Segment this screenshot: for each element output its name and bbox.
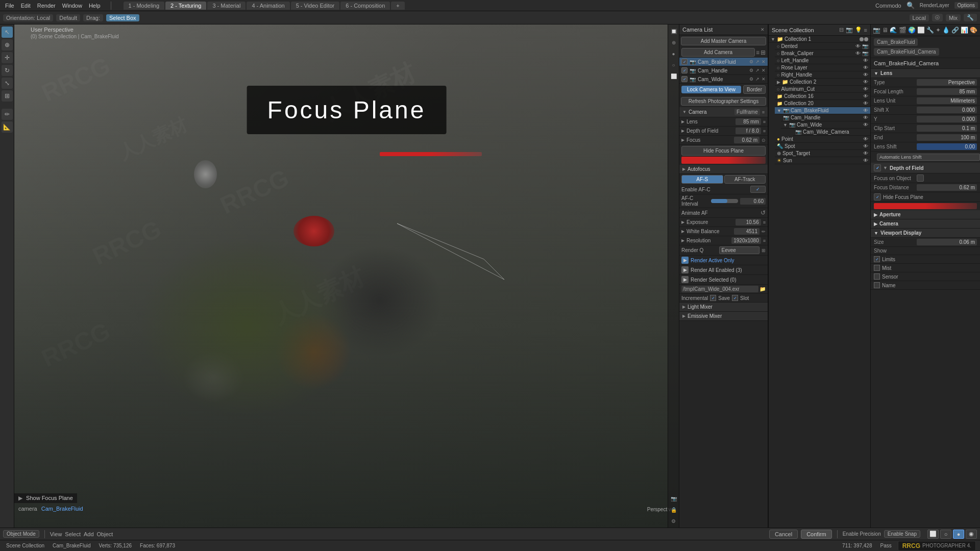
object-mode-selector[interactable]: Object Mode [3, 530, 39, 538]
point-eye[interactable]: 👁 [863, 136, 868, 142]
vp-solid-icon[interactable]: ○ [669, 60, 678, 69]
cam-checkbox-brakefluid[interactable] [681, 59, 688, 65]
camera-prop-section[interactable]: ▶ Camera [871, 219, 980, 229]
prop-icon-scene[interactable]: 🎬 [899, 27, 906, 34]
tab-video[interactable]: 5 - Video Editor [291, 2, 340, 10]
prop-icon-world[interactable]: 🌍 [908, 27, 916, 34]
focal-length-value[interactable]: 85 mm [917, 88, 977, 95]
vp-gizmo-icon[interactable]: ⊕ [669, 38, 678, 47]
scene-item-dented[interactable]: ○ Dented 👁 📷 [775, 43, 870, 50]
afc-slider[interactable] [711, 199, 739, 203]
prop-icon-constraints[interactable]: 🔗 [951, 27, 959, 34]
search-icon[interactable]: 🔍 [906, 2, 915, 9]
lh-eye[interactable]: 👁 [863, 58, 868, 63]
scene-item-col16[interactable]: 📁 Collection 16 👁 [775, 93, 870, 100]
add-menu[interactable]: Add [84, 531, 94, 537]
move-tool[interactable]: ✛ [2, 52, 13, 63]
clip-end-value[interactable]: 100 m [917, 134, 977, 141]
dof-more-icon[interactable]: ≡ [763, 129, 766, 134]
camera-section-header[interactable]: ▼ Camera Fullframe ≡ [679, 107, 768, 117]
scene-item-collection2[interactable]: ▶ 📁 Collection 2 👁 [775, 79, 870, 86]
confirm-btn[interactable]: Confirm [801, 530, 832, 539]
exposure-value[interactable]: 10.56 [736, 219, 761, 226]
emissive-mixer-header[interactable]: ▶ Emissive Mixer [679, 312, 768, 321]
scene-item-col20[interactable]: 📁 Collection 20 👁 [775, 100, 870, 107]
st-eye[interactable]: 👁 [863, 151, 868, 156]
incremental-checkbox[interactable] [710, 295, 716, 301]
cam-settings-wide[interactable]: ⚙ [749, 77, 753, 82]
aperture-section[interactable]: ▶ Aperture [871, 210, 980, 219]
tab-texturing[interactable]: 2 - Texturing [165, 2, 206, 10]
scene-item-cam-brakefluid[interactable]: ▼ 📷 Cam_BrakeFluid 👁 [775, 107, 870, 114]
rendered-btn[interactable]: ◉ [966, 530, 977, 539]
dof-prop-section[interactable]: ✓ ▼ Depth of Field [871, 163, 980, 173]
shift-y-value[interactable]: 0.000 [917, 116, 977, 122]
solid-btn[interactable]: ○ [940, 530, 951, 539]
scene-item-left-handle[interactable]: ○ Left_Handle 👁 [775, 57, 870, 64]
light-mixer-header[interactable]: ▶ Light Mixer [679, 303, 768, 312]
lens-prop-section[interactable]: ▼ Lens [871, 69, 980, 78]
cursor-tool[interactable]: ⊕ [2, 39, 13, 51]
render-all-label[interactable]: Render All Enabled (3) [691, 267, 766, 273]
rotate-tool[interactable]: ↻ [2, 65, 13, 76]
vp-render-icon[interactable]: ● [669, 49, 678, 58]
scene-item-right-handle[interactable]: ○ Right_Handle 👁 [775, 71, 870, 79]
menu-window[interactable]: Window [59, 3, 85, 9]
size-value[interactable]: 0.06 m [917, 239, 977, 245]
material-btn[interactable]: ● [953, 530, 964, 539]
tab-material[interactable]: 3 - Material [207, 2, 246, 10]
scene-camera-icon[interactable]: 📷 [846, 27, 853, 33]
afc-value[interactable]: 0.60 [740, 198, 766, 205]
filepath-value[interactable]: /tmpICam_Wide_004.exr [681, 286, 758, 292]
vp-camera-icon[interactable]: 📷 [669, 494, 678, 503]
scene-item-cam-handle[interactable]: 📷 Cam_Handle 👁 [781, 114, 870, 121]
cam-close-wide[interactable]: ✕ [762, 77, 766, 82]
local-btn[interactable]: Local [910, 14, 929, 21]
measure-tool[interactable]: 📐 [2, 121, 13, 133]
camera-settings-icon[interactable]: ≡ [762, 110, 765, 115]
sensor-checkbox[interactable] [874, 273, 880, 280]
scene-item-cam-wide[interactable]: ▼ 📷 Cam_Wide 👁 [781, 121, 870, 129]
scene-item-spot-target[interactable]: ⊕ Spot_Target 👁 [775, 150, 870, 157]
tab-animation[interactable]: 4 - Animation [247, 2, 289, 10]
cam-close-handle[interactable]: ✕ [762, 68, 766, 73]
cam-close-brakefluid[interactable]: ✕ [762, 59, 766, 64]
prop-icon-modifier[interactable]: 🔧 [926, 27, 934, 34]
camera-list-more-icon[interactable]: ⊞ [761, 49, 766, 56]
cancel-btn[interactable]: Cancel [769, 530, 798, 539]
add-camera-btn[interactable]: Add Camera [681, 48, 755, 57]
af-track-btn[interactable]: AF-Track [724, 175, 766, 184]
focus-more-icon[interactable]: ⊙ [762, 138, 766, 143]
select-tool[interactable]: ↖ [2, 27, 13, 38]
scene-item-rose-layer[interactable]: ○ Rose Layer 👁 [775, 64, 870, 71]
border-btn[interactable]: Border [743, 85, 766, 94]
render-q-value[interactable]: Eevee [719, 246, 760, 254]
transform-pivot[interactable]: ⦾ [932, 14, 943, 21]
snap-btn[interactable]: 🔧 [964, 14, 977, 21]
rh-eye[interactable]: 👁 [863, 72, 868, 78]
3d-viewport[interactable]: RRCG 人人素材 RRCG 人人素材 RRCG 人人素材 RRCG User … [14, 24, 679, 528]
type-prop-value[interactable]: Perspective [917, 79, 977, 86]
prop-icon-view-layer[interactable]: 🌊 [890, 27, 897, 34]
mix-btn[interactable]: Mix [946, 14, 961, 21]
prop-icon-render[interactable]: 📷 [873, 27, 880, 34]
cam-link-wide[interactable]: ↗ [755, 77, 760, 82]
constraint-selector[interactable]: Drag: [83, 14, 103, 21]
focus-distance-value[interactable]: 0.62 m [917, 184, 977, 191]
tab-add[interactable]: + [391, 2, 404, 10]
cam-data-tab-brakefluid-cam[interactable]: Cam_BrakeFluid_Camera [874, 48, 939, 56]
cam-link-handle[interactable]: ↗ [755, 68, 760, 73]
name-checkbox[interactable] [874, 282, 880, 288]
viewport-display-section[interactable]: ▼ Viewport Display [871, 229, 980, 238]
prop-icon-particles[interactable]: ✦ [936, 27, 941, 34]
cam-checkbox-wide[interactable] [681, 76, 688, 82]
render-selected-icon[interactable]: ▶ [681, 276, 689, 283]
refresh-photographer-btn[interactable]: Refresh Photographer Settings [681, 97, 766, 106]
exposure-more-icon[interactable]: ≡ [763, 220, 766, 225]
render-q-settings-icon[interactable]: ⊞ [762, 248, 766, 253]
render-active-icon[interactable]: ▶ [681, 257, 689, 264]
col2-eye[interactable]: 👁 [863, 79, 868, 85]
rl-eye[interactable]: 👁 [863, 65, 868, 70]
view-menu[interactable]: View [50, 531, 62, 537]
hide-fp-checkbox[interactable]: ✓ [874, 193, 881, 201]
